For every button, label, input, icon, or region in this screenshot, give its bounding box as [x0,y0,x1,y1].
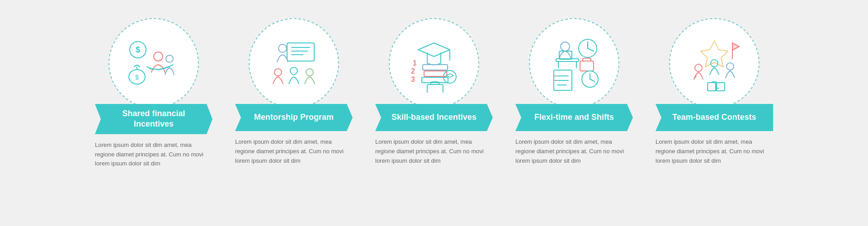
svg-point-24 [561,42,570,51]
svg-point-5 [154,52,163,61]
label-text-4: Team-based Contests [672,112,756,122]
svg-point-42 [695,64,702,71]
label-team-based: Team-based Contests [656,104,773,131]
desc-skill-based: Lorem ipsum dolor sit dim amet, mea regi… [375,137,493,165]
label-flexi-time: Flexi-time and Shifts [515,104,633,131]
svg-point-6 [166,55,173,62]
svg-text:2: 2 [411,67,415,75]
svg-text:$: $ [135,74,139,81]
svg-rect-48 [717,83,725,91]
svg-line-41 [590,79,594,81]
desc-team-based: Lorem ipsum dolor sit dim amet, mea regi… [656,137,773,165]
item-wrapper-3: 1 2 3 Skill-based Incentives Lorem ipsum… [366,18,502,165]
item-wrapper-4: Flexi-time and Shifts Lorem ipsum dolor … [506,18,642,165]
svg-point-11 [278,44,287,52]
svg-point-45 [726,63,734,70]
label-mentorship: Mentorship Program [235,104,353,131]
svg-rect-32 [580,61,594,71]
circle-shared-financial: $ $ [108,18,199,108]
svg-text:1: 1 [413,59,417,67]
label-skill-based: Skill-based Incentives [375,104,493,131]
desc-flexi-time: Lorem ipsum dolor sit dim amet, mea regi… [515,137,633,165]
label-text-0: Shared financial Incentives [104,108,203,130]
item-shared-financial: $ $ [86,18,222,169]
svg-line-31 [588,48,594,51]
label-text-2: Skill-based Incentives [392,112,476,122]
item-skill-based: 1 2 3 Skill-based Incentives Lorem ipsum… [366,18,502,165]
desc-mentorship: Lorem ipsum dolor sit dim amet, mea regi… [235,137,353,165]
item-wrapper-2: Mentorship Program Lorem ipsum dolor sit… [226,18,362,165]
item-team-based: Team-based Contests Lorem ipsum dolor si… [646,18,782,165]
label-text-1: Mentorship Program [254,112,334,122]
label-text-3: Flexi-time and Shifts [534,112,614,122]
item-mentorship: Mentorship Program Lorem ipsum dolor sit… [226,18,362,165]
svg-point-12 [274,69,282,76]
svg-text:$: $ [136,45,140,54]
svg-rect-16 [423,65,448,70]
infographic: $ $ [23,9,845,217]
svg-rect-19 [427,85,443,93]
circle-mentorship [249,18,339,108]
item-flexi-time: Flexi-time and Shifts Lorem ipsum dolor … [506,18,642,165]
item-wrapper-5: Team-based Contests Lorem ipsum dolor si… [646,18,782,165]
circle-flexi-time [529,18,619,108]
circle-skill-based: 1 2 3 [389,18,479,108]
desc-shared-financial: Lorem ipsum dolor sit dim amet, mea regi… [95,141,212,169]
item-wrapper-1: $ $ [86,18,222,169]
svg-point-14 [306,69,313,76]
svg-point-13 [290,67,297,75]
svg-rect-47 [708,83,716,91]
label-shared-financial: Shared financial Incentives [95,104,212,134]
svg-rect-7 [287,43,314,61]
svg-text:3: 3 [411,75,415,83]
circle-team-based [669,18,760,108]
